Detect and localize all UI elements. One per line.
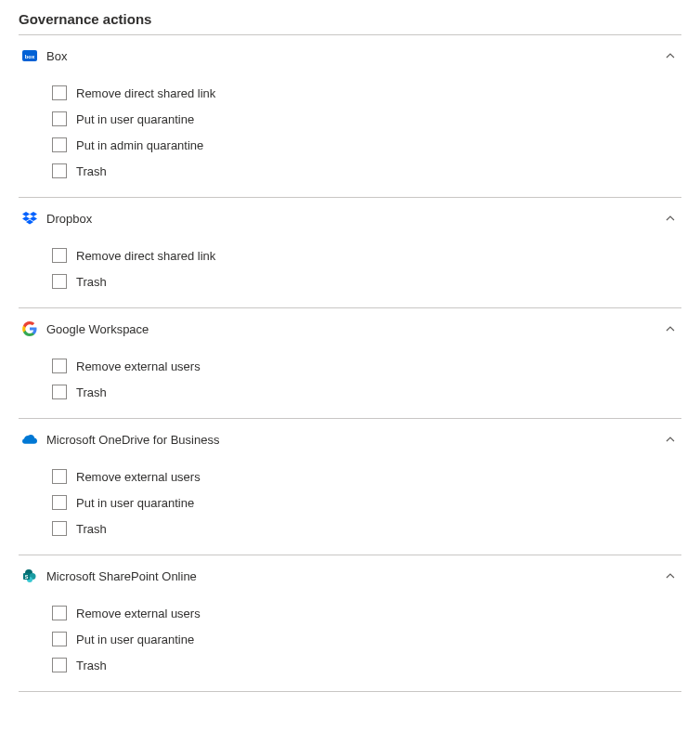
- check-row: Trash: [52, 379, 681, 405]
- section-header-sharepoint[interactable]: S Microsoft SharePoint Online: [19, 555, 681, 596]
- checkbox-trash[interactable]: [52, 658, 67, 672]
- checkbox-remove-external-users[interactable]: [52, 606, 67, 620]
- check-row: Put in user quarantine: [52, 626, 681, 652]
- checkbox-put-in-user-quarantine[interactable]: [52, 111, 67, 126]
- chevron-up-icon: [663, 211, 678, 226]
- section-header-onedrive[interactable]: Microsoft OneDrive for Business: [19, 419, 681, 460]
- section-header-google-workspace[interactable]: Google Workspace: [19, 308, 681, 349]
- section-label: Box: [46, 49, 663, 63]
- chevron-up-icon: [663, 432, 678, 447]
- checkbox-trash[interactable]: [52, 521, 67, 536]
- divider: [19, 691, 681, 692]
- box-icon: box: [22, 48, 37, 63]
- chevron-up-icon: [663, 321, 678, 336]
- check-label: Put in user quarantine: [76, 112, 194, 126]
- check-label: Remove direct shared link: [76, 86, 215, 100]
- check-row: Remove direct shared link: [52, 80, 681, 106]
- checkbox-remove-external-users[interactable]: [52, 469, 67, 484]
- section-body-sharepoint: Remove external users Put in user quaran…: [19, 596, 681, 691]
- check-label: Put in admin quarantine: [76, 138, 203, 152]
- onedrive-icon: [22, 432, 37, 447]
- section-box: box Box Remove direct shared link Put in…: [19, 35, 681, 197]
- checkbox-put-in-user-quarantine[interactable]: [52, 632, 67, 646]
- check-label: Remove external users: [76, 470, 201, 484]
- check-row: Trash: [52, 652, 681, 678]
- dropbox-icon: [22, 211, 37, 226]
- section-onedrive: Microsoft OneDrive for Business Remove e…: [19, 419, 681, 555]
- check-label: Put in user quarantine: [76, 496, 194, 510]
- check-label: Remove external users: [76, 607, 201, 620]
- checkbox-put-in-admin-quarantine[interactable]: [52, 137, 67, 152]
- check-row: Trash: [52, 268, 681, 294]
- section-body-box: Remove direct shared link Put in user qu…: [19, 76, 681, 197]
- section-body-dropbox: Remove direct shared link Trash: [19, 239, 681, 307]
- check-label: Trash: [76, 164, 107, 178]
- svg-text:box: box: [25, 54, 35, 59]
- check-label: Put in user quarantine: [76, 633, 194, 646]
- checkbox-remove-direct-shared-link[interactable]: [52, 248, 67, 263]
- chevron-up-icon: [663, 568, 678, 583]
- check-label: Trash: [76, 385, 107, 399]
- section-google-workspace: Google Workspace Remove external users T…: [19, 308, 681, 418]
- section-label: Microsoft SharePoint Online: [46, 569, 663, 583]
- section-body-google-workspace: Remove external users Trash: [19, 349, 681, 418]
- check-row: Remove external users: [52, 463, 681, 489]
- section-dropbox: Dropbox Remove direct shared link Trash: [19, 198, 681, 307]
- check-row: Put in admin quarantine: [52, 132, 681, 158]
- google-icon: [22, 321, 37, 336]
- check-row: Remove external users: [52, 353, 681, 379]
- check-row: Remove direct shared link: [52, 242, 681, 268]
- section-header-box[interactable]: box Box: [19, 35, 681, 76]
- check-label: Remove direct shared link: [76, 249, 215, 263]
- checkbox-remove-direct-shared-link[interactable]: [52, 85, 67, 100]
- check-label: Trash: [76, 522, 107, 536]
- check-label: Trash: [76, 275, 107, 289]
- section-sharepoint: S Microsoft SharePoint Online Remove ext…: [19, 555, 681, 691]
- check-row: Remove external users: [52, 600, 681, 626]
- section-label: Microsoft OneDrive for Business: [46, 433, 663, 447]
- page-title: Governance actions: [19, 11, 681, 27]
- check-row: Trash: [52, 158, 681, 184]
- check-row: Put in user quarantine: [52, 106, 681, 132]
- sharepoint-icon: S: [22, 568, 37, 583]
- check-label: Trash: [76, 659, 107, 672]
- checkbox-trash[interactable]: [52, 163, 67, 178]
- checkbox-remove-external-users[interactable]: [52, 359, 67, 373]
- checkbox-trash[interactable]: [52, 385, 67, 399]
- check-label: Remove external users: [76, 359, 201, 373]
- section-label: Dropbox: [46, 212, 663, 226]
- section-body-onedrive: Remove external users Put in user quaran…: [19, 460, 681, 555]
- check-row: Put in user quarantine: [52, 489, 681, 516]
- svg-text:S: S: [25, 574, 29, 580]
- check-row: Trash: [52, 516, 681, 542]
- checkbox-trash[interactable]: [52, 274, 67, 289]
- section-header-dropbox[interactable]: Dropbox: [19, 198, 681, 239]
- checkbox-put-in-user-quarantine[interactable]: [52, 495, 67, 510]
- section-label: Google Workspace: [46, 322, 663, 336]
- chevron-up-icon: [663, 48, 678, 63]
